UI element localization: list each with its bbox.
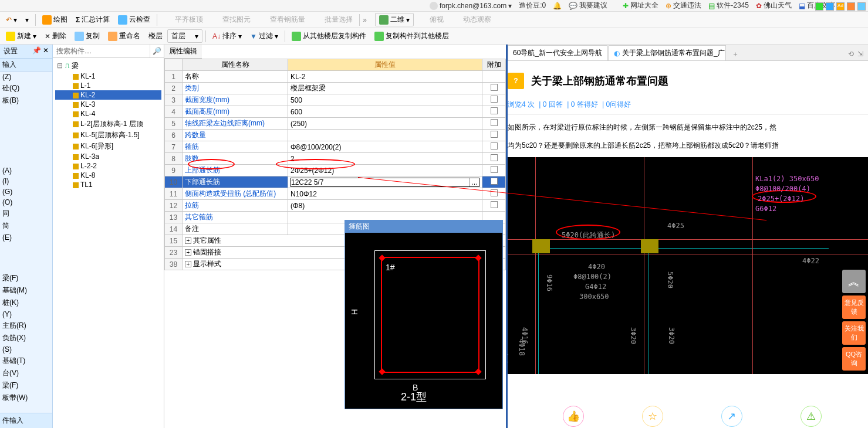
property-row[interactable]: 1 名称 KL-2 [165,71,506,83]
rail-item[interactable]: 砼(Q) [0,82,52,94]
view-rebar-button[interactable]: 查看钢筋量 [255,13,309,26]
pin-icon[interactable]: 📌 ✕ [32,46,49,56]
view-2d-dropdown[interactable]: 二维 ▾ [375,13,414,26]
copy-button[interactable]: 复制 [71,30,103,42]
browser-tab-2[interactable]: ◐关于梁上部钢筋通常布置问题_广✕ [609,45,726,60]
copy-to-button[interactable]: 复制构件到其他楼层 [371,30,452,42]
sum-calc-button[interactable]: Σ汇总计算 [72,13,113,26]
flat-top-button[interactable]: 平齐板顶 [160,13,207,26]
nav-sites[interactable]: ✚网址大全 [623,1,658,11]
browser-tab-1[interactable]: 60导航_新一代安全上网导航 [508,45,607,60]
follow-button[interactable]: 关注我们 [842,321,866,345]
sort-button[interactable]: A↓排序 ▾ [209,30,245,42]
rail-item[interactable]: (G) [0,186,52,197]
stirrup-diagram-popup[interactable]: 箍筋图 1# H B 2-1型 [345,220,503,409]
checkbox[interactable] [491,201,498,208]
like-button[interactable]: 👍 [563,406,584,427]
checkbox[interactable] [491,119,498,126]
redo-button[interactable]: ▾ [22,15,32,25]
ellipsis-button[interactable]: … [470,178,479,186]
tree-item[interactable]: KL-8 [55,171,161,180]
tree-item[interactable]: KL-4 [55,109,161,118]
search-input[interactable] [53,45,150,57]
checkbox[interactable] [491,131,498,138]
report-button[interactable]: ⚠ [801,406,822,427]
tree-item[interactable]: KL-3 [55,100,161,109]
nav-traffic[interactable]: ⊕交通违法 [666,1,701,11]
tree-root[interactable]: ⊟ ⎍ 梁 [55,60,161,72]
find-element-button[interactable]: 查找图元 [208,13,254,26]
rail-item[interactable]: 板(B) [0,94,52,107]
undo-button[interactable]: ↶▾ [2,15,21,25]
tree-item[interactable]: KL-5[层顶标高-1.5] [55,130,161,141]
rail-item[interactable]: 板带(W) [0,392,52,404]
new-button[interactable]: 新建 ▾ [2,30,40,42]
share-button[interactable]: ↗ [721,406,742,427]
dynamic-view-button[interactable]: 动态观察 [448,13,495,26]
copy-from-button[interactable]: 从其他楼层复制构件 [288,30,370,42]
checkbox[interactable] [491,107,498,114]
rail-item[interactable]: 梁(F) [0,272,52,284]
tree-item[interactable]: KL-2 [55,90,161,100]
checkbox[interactable] [491,166,498,173]
rail-item[interactable]: 梁(F) [0,379,52,392]
rail-item[interactable]: (O) [0,197,52,208]
cloud-check-button[interactable]: 云检查 [114,13,154,26]
property-row[interactable]: 11 侧面构造或受扭筋 (总配筋值) N10Φ12 [165,188,506,200]
rail-item[interactable]: 台(V) [0,367,52,379]
checkbox[interactable] [491,96,498,103]
tree-item[interactable]: KL-6[异形] [55,141,161,152]
rail-item[interactable]: 桩(K) [0,297,52,309]
scroll-top-button[interactable]: ︽ [842,270,866,293]
ext-icon-1[interactable] [815,2,823,11]
rail-item[interactable]: (Z) [0,72,52,82]
draw-button[interactable]: 绘图 [39,13,71,26]
property-row[interactable]: 9 上部通长筋 2Φ25+(2Φ12) [165,165,506,176]
batch-select-button[interactable]: 批量选择 [310,13,356,26]
ext-icon-3[interactable] [847,2,855,11]
user-email[interactable]: forpk.chen@163.com ▾ [430,2,512,10]
tree-item[interactable]: L-1 [55,81,161,90]
bell-icon[interactable]: 🔔 [553,2,562,10]
rail-item[interactable]: 筒 [0,220,52,232]
floor-dropdown[interactable]: 首层▾ [167,29,202,43]
nav-weather[interactable]: ✿佛山天气 [756,1,792,11]
expand-icon[interactable]: + [185,237,191,244]
search-button[interactable]: 🔎 [150,45,164,57]
suggest-link[interactable]: 💬我要建议 [569,1,607,11]
rail-item[interactable]: (E) [0,232,52,243]
input-section[interactable]: 输入 [0,59,52,72]
checkbox[interactable] [491,142,498,150]
nav-software[interactable]: ▤软件-2345 [708,1,749,11]
tree-item[interactable]: KL-1 [55,72,161,81]
rail-item[interactable]: (A) [0,165,52,176]
rail-item[interactable]: 负筋(X) [0,332,52,344]
favorite-button[interactable]: ☆ [642,406,663,427]
checkbox[interactable] [491,84,498,91]
rename-button[interactable]: 重命名 [104,30,144,42]
property-row[interactable]: 5 轴线距梁左边线距离(mm) (250) [165,118,506,130]
delete-button[interactable]: ✕删除 [41,30,70,42]
rail-item[interactable]: 基础(M) [0,284,52,297]
checkbox[interactable] [491,154,498,161]
rail-item[interactable]: (Y) [0,309,52,320]
expand-icon[interactable]: + [185,249,191,256]
rail-item[interactable]: 主筋(R) [0,320,52,332]
checkbox[interactable] [491,178,498,185]
component-input[interactable]: 件输入 [0,413,52,428]
tree-item[interactable]: KL-3a [55,152,161,161]
coins[interactable]: 造价豆:0 [519,1,546,11]
popout-icon[interactable]: ⇲ [857,50,863,58]
expand-icon[interactable]: + [185,261,191,267]
property-row[interactable]: 12 拉筋 (Φ8) [165,200,506,212]
feedback-button[interactable]: 意见反馈 [842,295,866,319]
top-view-button[interactable]: 俯视 [415,13,447,26]
ext-icon-4[interactable] [857,2,866,11]
filter-button[interactable]: ▼过滤 ▾ [246,30,282,42]
property-row[interactable]: 2 类别 楼层框架梁 [165,83,506,94]
property-row[interactable]: 3 截面宽度(mm) 500 [165,94,506,106]
restore-icon[interactable]: ⟲ [848,50,854,58]
tree-item[interactable]: L-2-2 [55,161,161,171]
ext-icon-2[interactable] [826,2,834,11]
rail-item[interactable]: (I) [0,176,52,186]
